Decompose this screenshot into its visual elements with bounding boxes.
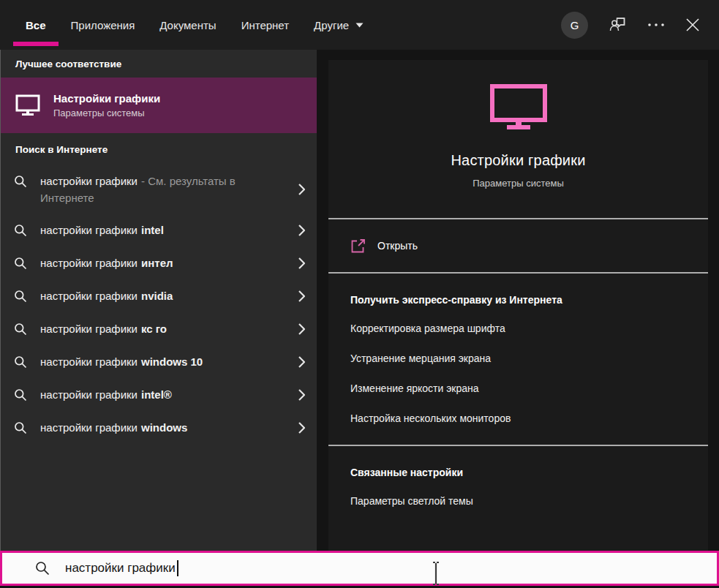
suggestion-text: настройки графикиintel® xyxy=(40,386,172,403)
chevron-right-icon[interactable] xyxy=(298,225,305,236)
text-caret xyxy=(177,560,178,576)
tab-documents[interactable]: Документы xyxy=(147,0,228,50)
chevron-right-icon[interactable] xyxy=(298,323,305,335)
preview-hero: Настройки графики Параметры системы xyxy=(328,60,708,218)
preview-panel: Настройки графики Параметры системы Откр… xyxy=(328,60,708,551)
tab-documents-label: Документы xyxy=(159,19,216,31)
chevron-right-icon[interactable] xyxy=(298,257,305,269)
results-list: Лучшее соответствие Настройки графики Па… xyxy=(1,50,317,551)
chevron-right-icon[interactable] xyxy=(298,389,305,401)
best-match-header: Лучшее соответствие xyxy=(1,50,317,78)
web-suggestion[interactable]: настройки графикиintel xyxy=(1,214,317,246)
monitor-icon xyxy=(489,83,548,130)
web-suggestion[interactable]: настройки графикиintel® xyxy=(1,378,317,411)
close-icon[interactable] xyxy=(685,18,700,32)
more-icon[interactable] xyxy=(647,22,666,28)
tab-more-label: Другие xyxy=(314,19,349,31)
search-icon xyxy=(14,224,27,237)
quick-help-header: Получить экспресс-справку из Интернета xyxy=(350,294,686,306)
search-input[interactable]: настройки графики xyxy=(0,551,719,586)
preview-area: Настройки графики Параметры системы Откр… xyxy=(317,50,719,551)
chevron-down-icon xyxy=(355,23,364,28)
search-icon xyxy=(14,421,27,434)
search-results-body: Лучшее соответствие Настройки графики Па… xyxy=(0,50,719,551)
search-icon xyxy=(35,561,50,576)
suggestion-text: настройки графикиинтел xyxy=(40,255,173,271)
search-query-text: настройки графики xyxy=(65,561,176,576)
tab-apps[interactable]: Приложения xyxy=(59,0,148,50)
search-filter-tabs: Все Приложения Документы Интернет Другие xyxy=(13,0,376,50)
best-match-result[interactable]: Настройки графики Параметры системы xyxy=(1,78,317,133)
open-action[interactable]: Открыть xyxy=(328,219,708,272)
web-suggestion[interactable]: настройки графикиwindows xyxy=(1,411,317,444)
chevron-right-icon[interactable] xyxy=(298,290,305,302)
tab-web-label: Интернет xyxy=(241,19,289,31)
search-icon xyxy=(14,175,27,188)
chevron-right-icon[interactable] xyxy=(298,422,305,434)
quick-help-link[interactable]: Устранение мерцания экрана xyxy=(350,352,491,366)
related-settings-section: Связанные настройки Параметры светлой те… xyxy=(328,446,708,527)
suggestion-text: настройки графикиnvidia xyxy=(40,287,173,304)
preview-subtitle: Параметры системы xyxy=(328,178,708,189)
open-action-label: Открыть xyxy=(377,240,418,252)
chevron-right-icon[interactable] xyxy=(298,356,305,368)
suggestion-text: настройки графикикс го xyxy=(40,320,167,337)
topbar-actions: G xyxy=(561,0,700,50)
feedback-icon[interactable] xyxy=(608,15,627,34)
search-icon xyxy=(14,388,27,402)
web-suggestion-main[interactable]: настройки графики- См. результаты в Инте… xyxy=(1,165,317,214)
related-settings-link[interactable]: Параметры светлой темы xyxy=(350,494,473,508)
web-suggestion[interactable]: настройки графикиинтел xyxy=(1,246,317,279)
suggestion-text: настройки графикиwindows xyxy=(40,419,187,436)
quick-help-link[interactable]: Настройка нескольких мониторов xyxy=(350,412,511,426)
suggestion-text: настройки графикиwindows 10 xyxy=(40,353,203,370)
ibeam-mouse-cursor xyxy=(430,561,442,586)
search-icon xyxy=(14,323,27,336)
search-flyout: Все Приложения Документы Интернет Другие… xyxy=(0,0,719,588)
web-search-header: Поиск в Интернете xyxy=(1,133,317,165)
preview-title: Настройки графики xyxy=(328,152,708,169)
tab-all[interactable]: Все xyxy=(13,0,59,50)
web-suggestion[interactable]: настройки графикиwindows 10 xyxy=(1,345,317,378)
topbar: Все Приложения Документы Интернет Другие… xyxy=(0,0,719,50)
tab-web[interactable]: Интернет xyxy=(229,0,301,50)
web-suggestion[interactable]: настройки графикиnvidia xyxy=(1,279,317,312)
tab-all-label: Все xyxy=(26,19,46,31)
search-icon xyxy=(14,290,27,303)
avatar[interactable]: G xyxy=(561,12,588,39)
web-suggestion[interactable]: настройки графикикс го xyxy=(1,312,317,345)
suggestion-text: настройки графикиintel xyxy=(40,222,164,238)
monitor-icon xyxy=(15,94,40,117)
chevron-right-icon[interactable] xyxy=(298,184,305,195)
best-match-title: Настройки графики xyxy=(53,92,160,105)
tab-more[interactable]: Другие xyxy=(301,0,376,50)
tab-apps-label: Приложения xyxy=(71,19,135,31)
best-match-text: Настройки графики Параметры системы xyxy=(53,92,160,118)
best-match-subtitle: Параметры системы xyxy=(53,108,160,118)
quick-help-section: Получить экспресс-справку из Интернета К… xyxy=(328,274,708,445)
suggestion-text: настройки графики- См. результаты в Инте… xyxy=(40,173,256,206)
open-external-icon xyxy=(350,238,366,254)
search-icon xyxy=(14,257,27,270)
quick-help-link[interactable]: Изменение яркости экрана xyxy=(350,382,479,396)
related-settings-header: Связанные настройки xyxy=(350,467,686,478)
search-icon xyxy=(14,355,27,369)
quick-help-link[interactable]: Корректировка размера шрифта xyxy=(350,322,505,336)
avatar-initial: G xyxy=(571,19,579,31)
active-tab-underline xyxy=(13,42,59,46)
